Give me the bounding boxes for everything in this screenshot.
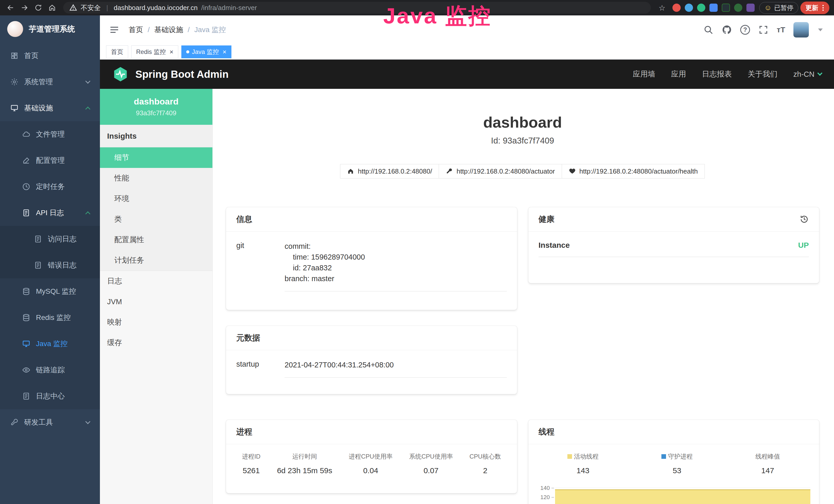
- close-icon[interactable]: ×: [223, 48, 226, 55]
- browser-menu-icon[interactable]: [822, 4, 824, 11]
- browser-home-icon[interactable]: [46, 2, 58, 14]
- extension-icon[interactable]: [685, 4, 693, 12]
- table-row: git commit: time: 1596289704000 id: 27aa…: [236, 241, 507, 292]
- sidebar-item-home[interactable]: 首页: [0, 43, 100, 69]
- sidebar-item-infrastructure[interactable]: 基础设施: [0, 95, 100, 121]
- back-icon[interactable]: [5, 2, 17, 14]
- warning-icon: [69, 4, 77, 12]
- bookmark-star-icon[interactable]: ☆: [656, 2, 668, 14]
- extension-icon[interactable]: [746, 4, 755, 12]
- stat-label: 进程CPU使用率: [349, 452, 393, 461]
- sba-nav-wallboard[interactable]: 应用墙: [633, 69, 655, 79]
- sidebar-item-label: 日志中心: [36, 391, 65, 401]
- sidebar-item-label: 研发工具: [24, 417, 53, 427]
- sidebar-item-file-mgmt[interactable]: 文件管理: [0, 121, 100, 147]
- sba-group-label: Insights: [100, 125, 213, 147]
- sidebar-item-error-logs[interactable]: 错误日志: [0, 252, 100, 278]
- sidebar-item-label: Java 监控: [36, 339, 68, 349]
- security-label: 不安全: [81, 3, 101, 12]
- link-label: http://192.168.0.2:48080/actuator: [456, 167, 555, 175]
- sidebar-item-dev-tools[interactable]: 研发工具: [0, 409, 100, 435]
- sba-item-classes[interactable]: 类: [100, 209, 213, 230]
- omnibox-divider: |: [106, 4, 108, 12]
- tab-java-monitor[interactable]: Java 监控 ×: [181, 45, 232, 58]
- close-icon[interactable]: ×: [170, 48, 173, 55]
- actuator-url-link[interactable]: http://192.168.0.2:48080/actuator: [439, 164, 562, 179]
- extension-icon[interactable]: [673, 4, 681, 12]
- extension-icon[interactable]: [722, 4, 730, 12]
- update-button[interactable]: 更新: [800, 2, 829, 14]
- tab-label: Redis 监控: [136, 48, 166, 56]
- chevron-down-icon: [85, 419, 90, 424]
- y-tick: 140: [541, 485, 554, 491]
- document-icon: [22, 392, 30, 400]
- breadcrumb-item[interactable]: 首页: [129, 25, 143, 35]
- sba-item-environment[interactable]: 环境: [100, 188, 213, 209]
- sidebar-item-label: 访问日志: [48, 234, 76, 244]
- sidebar-item-redis-monitor[interactable]: Redis 监控: [0, 304, 100, 331]
- sba-nav-about[interactable]: 关于我们: [748, 69, 777, 79]
- sidebar-item-system-mgmt[interactable]: 系统管理: [0, 69, 100, 95]
- app-sidebar: 芋道管理系统 首页 系统管理 基础设施: [0, 16, 100, 504]
- paused-label: 已暂停: [774, 4, 793, 12]
- sba-instance-header[interactable]: dashboard 93a3fc7f7409: [100, 89, 213, 125]
- extension-icon[interactable]: [697, 4, 705, 12]
- hamburger-icon[interactable]: [109, 25, 119, 35]
- address-bar[interactable]: 不安全 | dashboard.yudao.iocoder.cn/infra/a…: [63, 2, 651, 14]
- sidebar-item-access-logs[interactable]: 访问日志: [0, 226, 100, 252]
- sba-item-details[interactable]: 细节: [100, 147, 213, 168]
- health-url-link[interactable]: http://192.168.0.2:48080/actuator/health: [562, 164, 705, 179]
- app-logo-avatar: [7, 21, 23, 37]
- heartbeat-icon: [569, 168, 576, 175]
- forward-icon[interactable]: [19, 2, 30, 14]
- stat-label: 线程峰值: [755, 452, 780, 461]
- threads-chart: 140 120 100: [528, 485, 819, 504]
- card-title-label: 元数据: [236, 333, 260, 343]
- document-icon: [34, 261, 42, 269]
- pencil-icon: [22, 156, 30, 165]
- fullscreen-icon[interactable]: [758, 25, 768, 35]
- sba-item-caches[interactable]: 缓存: [100, 333, 213, 353]
- sidebar-item-mysql-monitor[interactable]: MySQL 监控: [0, 278, 100, 304]
- sidebar-item-log-center[interactable]: 日志中心: [0, 383, 100, 409]
- sba-item-logs[interactable]: 日志: [100, 271, 213, 292]
- sba-item-mappings[interactable]: 映射: [100, 312, 213, 333]
- refresh-icon[interactable]: [32, 2, 44, 14]
- legend-label: 活动线程: [574, 452, 599, 461]
- user-avatar[interactable]: [793, 22, 809, 38]
- sidebar-item-api-logs[interactable]: API 日志: [0, 200, 100, 226]
- card-title-label: 线程: [539, 427, 554, 437]
- github-icon[interactable]: [722, 25, 732, 35]
- sidebar-item-label: 基础设施: [24, 103, 53, 113]
- sba-instance-id: 93a3fc7f7409: [103, 109, 210, 117]
- sba-nav-journal[interactable]: 日志报表: [702, 69, 732, 79]
- smiley-icon: ☺: [764, 4, 772, 12]
- extension-icon[interactable]: [734, 4, 742, 12]
- home-icon: [347, 168, 354, 175]
- tab-home[interactable]: 首页: [106, 45, 128, 58]
- sba-item-config-props[interactable]: 配置属性: [100, 230, 213, 250]
- threads-card: 线程 活动线程 143: [528, 420, 819, 504]
- breadcrumb-item[interactable]: 基础设施: [154, 25, 183, 35]
- search-icon[interactable]: [703, 25, 714, 35]
- extension-icon[interactable]: [709, 4, 718, 12]
- help-icon[interactable]: ?: [740, 25, 750, 35]
- sba-item-jvm[interactable]: JVM: [100, 292, 213, 312]
- sba-nav-applications[interactable]: 应用: [671, 69, 686, 79]
- sidebar-item-config-mgmt[interactable]: 配置管理: [0, 147, 100, 174]
- history-icon[interactable]: [799, 215, 809, 224]
- sidebar-item-java-monitor[interactable]: Java 监控: [0, 331, 100, 357]
- tab-redis-monitor[interactable]: Redis 监控 ×: [131, 45, 178, 58]
- document-icon: [22, 209, 30, 217]
- service-url-link[interactable]: http://192.168.0.2:48080/: [340, 164, 439, 179]
- sba-locale-select[interactable]: zh-CN: [793, 70, 822, 78]
- cards-right-column: 健康 Instance UP: [528, 207, 819, 504]
- sidebar-item-tracing[interactable]: 链路追踪: [0, 357, 100, 383]
- sidebar-item-scheduled-jobs[interactable]: 定时任务: [0, 174, 100, 200]
- caret-down-icon[interactable]: [818, 28, 823, 31]
- sba-item-scheduled-tasks[interactable]: 计划任务: [100, 250, 213, 271]
- font-size-icon[interactable]: тT: [777, 25, 785, 34]
- stat-label: 系统CPU使用率: [409, 452, 453, 461]
- profile-paused-badge[interactable]: ☺ 已暂停: [759, 2, 798, 14]
- sba-item-metrics[interactable]: 性能: [100, 168, 213, 188]
